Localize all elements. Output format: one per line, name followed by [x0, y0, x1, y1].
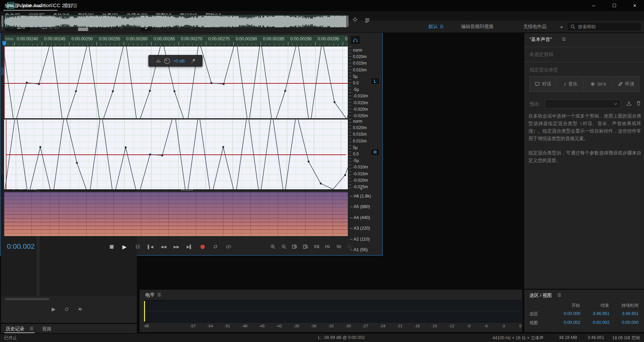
volume-hud[interactable]: +0 dB: [148, 55, 202, 67]
tab-history[interactable]: 历史记录: [6, 326, 24, 332]
selview-title[interactable]: 选区 / 视图: [529, 292, 552, 299]
zoom-to-out-point-button[interactable]: [334, 243, 343, 251]
preview-loop-button[interactable]: [64, 306, 69, 312]
mix-type-label: 音乐: [568, 81, 578, 87]
headphones-icon: [353, 37, 358, 43]
selection-start[interactable]: 0:00.000: [564, 311, 580, 316]
view-row-label: 视图: [529, 320, 538, 326]
zoom-to-in-point-button[interactable]: [323, 243, 332, 251]
zoom-in-amplitude-button[interactable]: [268, 243, 278, 251]
view-start[interactable]: 0:00.002: [564, 320, 580, 325]
save-preset-icon[interactable]: [626, 100, 632, 106]
stop-button[interactable]: [106, 242, 117, 251]
close-button[interactable]: ✕: [626, 0, 643, 11]
hud-divider: [187, 58, 188, 64]
solo-monitor-badge[interactable]: [350, 35, 360, 45]
history-panel: 历史记录 ☰ 视频: [1, 324, 137, 333]
workspace-radio-button[interactable]: 无线电作品: [520, 22, 550, 31]
playhead-marker[interactable]: [2, 41, 6, 46]
mix-type-sfx-button[interactable]: SFX: [585, 76, 612, 92]
skip-selection-button[interactable]: [223, 242, 234, 251]
tab-video[interactable]: 视频: [42, 326, 51, 332]
media-hscrollbar[interactable]: [5, 298, 50, 300]
time-display[interactable]: 0:00.002: [7, 242, 35, 250]
editor-display-options-icon[interactable]: [365, 17, 370, 23]
spectral-pitch-display[interactable]: [4, 192, 348, 236]
view-end[interactable]: 0:00.002: [593, 320, 609, 325]
zoom-in-time-button[interactable]: [290, 243, 300, 251]
divider: [524, 47, 644, 47]
channel-badge-right[interactable]: R: [371, 149, 380, 156]
speech-bubble-icon: [535, 81, 540, 87]
preview-speaker-button[interactable]: [78, 306, 83, 312]
amp-ticks: [349, 119, 351, 189]
selection-end[interactable]: 3:46.951: [593, 311, 609, 316]
mix-type-dialogue-button[interactable]: 对话: [529, 76, 556, 92]
zoom-full-button[interactable]: [345, 243, 354, 251]
minimize-button[interactable]: ─: [585, 0, 602, 11]
mix-type-ambience-button[interactable]: 环境: [613, 76, 639, 92]
scale-scroll-down-icon[interactable]: ▼: [360, 188, 363, 191]
move-to-previous-button[interactable]: ▌◀: [145, 242, 156, 251]
hud-grip[interactable]: [152, 58, 153, 64]
history-menu-icon[interactable]: ☰: [30, 326, 34, 331]
waveform-channel-right[interactable]: [4, 119, 348, 189]
editor-menu-icon[interactable]: ☰: [50, 3, 54, 8]
view-duration[interactable]: 0:00.000: [622, 320, 639, 325]
spectral-splitter-handle[interactable]: [181, 190, 193, 191]
play-button[interactable]: ▶: [119, 242, 130, 251]
help-search-box[interactable]: [567, 22, 642, 31]
db-tick-17: -6: [484, 324, 488, 328]
record-button[interactable]: [197, 242, 208, 251]
tab-editor-underline: [3, 10, 57, 11]
zoom-out-amplitude-button[interactable]: [279, 243, 289, 251]
tab-editor[interactable]: 编辑器 : yeah.wav *: [5, 3, 45, 9]
loop-playback-button[interactable]: [210, 242, 221, 251]
workspace-edit-av-button[interactable]: 编辑音频到视频: [458, 22, 497, 31]
pin-icon[interactable]: [190, 58, 196, 64]
mix-type-music-button[interactable]: ♪ 音乐: [557, 76, 584, 92]
overview-waveform[interactable]: [4, 15, 346, 28]
rewind-button[interactable]: ◀◀: [158, 242, 169, 251]
total-duration: 3:46.951: [588, 335, 604, 340]
delete-preset-icon[interactable]: [636, 100, 641, 106]
workspace-default-button[interactable]: 默认 ☰: [425, 22, 447, 31]
selection-duration[interactable]: 3:46.951: [622, 311, 639, 316]
zoom-to-selection-button[interactable]: [312, 243, 321, 251]
amp-label-8: -0.015m: [353, 100, 368, 105]
maximize-button[interactable]: ☐: [606, 0, 623, 11]
db-tick-9: -30: [345, 324, 351, 328]
pause-button[interactable]: [132, 242, 143, 251]
workspace-radio-label: 无线电作品: [523, 24, 547, 30]
selection-view-panel: 选区 / 视图 ☰ 开始 结束 持续时间 选区 0:00.000 3:46.95…: [524, 290, 644, 332]
db-tick-6: -39: [293, 324, 299, 328]
amplitude-scale-strip[interactable]: norm0.020m0.015m0.010m5µ0.0-5µ-0.010m-0.…: [349, 46, 382, 189]
preview-play-button[interactable]: ▶: [52, 306, 56, 312]
volume-knob[interactable]: [164, 58, 170, 64]
preset-dropdown[interactable]: [545, 99, 621, 108]
essential-panel-menu-icon[interactable]: ☰: [562, 37, 566, 42]
amp-label-3: 0.010m: [353, 139, 367, 143]
timeline-ruler[interactable]: hms 0:00.002400:00.002450:00.002500:00.0…: [4, 35, 348, 46]
overview-right-handle[interactable]: [347, 15, 349, 27]
channel-badge-left[interactable]: L: [371, 78, 380, 85]
ruler-unit-label: hms: [5, 37, 14, 41]
overview-zoom-icon[interactable]: [352, 17, 358, 22]
move-to-next-button[interactable]: ▶▌: [184, 242, 195, 251]
title-bar: Au Adobe Audition CC 2017 ─ ☐ ✕: [0, 0, 644, 11]
essential-sound-title[interactable]: “基本声音”: [529, 37, 552, 43]
tab-mixer[interactable]: 混音器: [64, 3, 78, 9]
workspace-overflow-button[interactable]: »: [557, 22, 566, 31]
level-meter[interactable]: [144, 300, 522, 323]
fast-forward-button[interactable]: ▶▶: [171, 242, 182, 251]
selview-menu-icon[interactable]: ☰: [557, 293, 562, 298]
levels-title[interactable]: 电平: [145, 292, 155, 298]
levels-menu-icon[interactable]: ☰: [157, 292, 161, 297]
zoom-out-time-button[interactable]: [301, 243, 311, 251]
file-size: 38.18 MB: [559, 335, 577, 340]
meter-channel-divider: [144, 311, 521, 312]
status-bar: 已停止 L: -38.99 dB @ 0:00.002 44100 Hz × 1…: [0, 333, 644, 342]
help-search-input[interactable]: [578, 24, 633, 29]
chevron-down-icon: [613, 101, 618, 107]
overview-left-handle[interactable]: [1, 15, 3, 27]
